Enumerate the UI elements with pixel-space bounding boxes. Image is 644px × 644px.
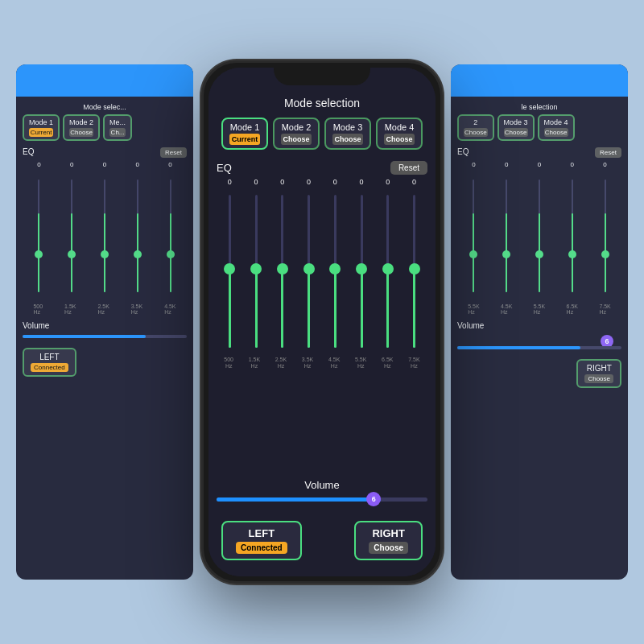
right-slider-2[interactable]: [506, 180, 507, 292]
phone-slider-6-thumb[interactable]: [356, 263, 367, 275]
left-device-buttons: LEFT Connected: [23, 348, 187, 377]
phone-freq-2: 1.5KHz: [249, 357, 260, 370]
phone-modes-row: Mode 1 Current Mode 2 Choose Mode 3 Choo…: [217, 118, 427, 150]
phone-freq-6: 5.5KHz: [355, 357, 366, 370]
phone-volume-title: Volume: [217, 479, 427, 491]
phone-slider-5[interactable]: [334, 195, 336, 348]
right-mode3-label: Mode 4: [544, 118, 568, 126]
phone-mode3-sub: Choose: [332, 134, 363, 145]
phone-freq-1: 500Hz: [224, 357, 233, 370]
right-mode3-sub: Choose: [544, 128, 568, 137]
phone-volume-fill: [217, 497, 381, 502]
left-background-panel: Mode selec... Mode 1 Current Mode 2 Choo…: [16, 64, 193, 580]
right-device-btn[interactable]: RIGHT Choose: [576, 359, 621, 388]
phone-freq-5: 4.5KHz: [328, 357, 340, 370]
phone-slider-2-thumb[interactable]: [250, 263, 262, 275]
right-slider-1[interactable]: [473, 180, 474, 292]
phone-slider-6[interactable]: [361, 195, 363, 348]
right-slider-5[interactable]: [605, 180, 606, 292]
phone-mode4-label: Mode 4: [384, 122, 415, 132]
left-slider-5[interactable]: [170, 180, 171, 292]
phone-eq-values: 0 0 0 0 0 0 0 0: [217, 178, 427, 186]
right-device-label: RIGHT: [584, 364, 613, 373]
phone-screen: Mode selection Mode 1 Current Mode 2 Cho…: [208, 68, 436, 576]
right-volume-section: Volume 6: [457, 321, 621, 349]
phone-slider-7[interactable]: [386, 195, 389, 348]
right-mode1-btn[interactable]: 2 Choose: [457, 114, 494, 141]
left-panel-content: Mode selec... Mode 1 Current Mode 2 Choo…: [16, 97, 193, 383]
phone-eq-header: EQ Reset: [217, 161, 427, 175]
left-device-label: LEFT: [31, 353, 68, 361]
phone-mode2-btn[interactable]: Mode 2 Choose: [273, 118, 320, 150]
phone-volume-thumb[interactable]: 6: [366, 492, 381, 506]
phone-slider-4-thumb[interactable]: [303, 263, 315, 275]
left-mode1-sub: Current: [29, 128, 53, 137]
phone-left-device-sub: Connected: [236, 542, 287, 554]
left-slider-2[interactable]: [71, 180, 72, 292]
phone-slider-3-thumb[interactable]: [277, 263, 288, 275]
phone-slider-6-fill: [361, 271, 363, 348]
phone-slider-8[interactable]: [413, 195, 415, 348]
phone-right-device-sub: Choose: [369, 542, 408, 554]
phone-volume-section: Volume 6: [208, 473, 436, 514]
phone-volume-slider[interactable]: 6: [217, 497, 427, 502]
right-mode-row: 2 Choose Mode 3 Choose Mode 4 Choose: [457, 114, 621, 141]
right-slider-4[interactable]: [572, 180, 573, 292]
right-mode2-label: Mode 3: [504, 118, 528, 126]
left-device-btn[interactable]: LEFT Connected: [23, 348, 76, 377]
right-mode2-btn[interactable]: Mode 3 Choose: [497, 114, 535, 141]
left-mode3-sub: Ch...: [109, 128, 126, 137]
phone-slider-7-thumb[interactable]: [382, 263, 394, 275]
phone-slider-4[interactable]: [308, 195, 310, 348]
left-volume-section: Volume: [23, 321, 187, 338]
phone-slider-1-fill: [229, 271, 231, 348]
phone-slider-1-thumb[interactable]: [224, 263, 235, 275]
right-slider-3[interactable]: [539, 180, 540, 292]
left-slider-1[interactable]: [38, 180, 39, 292]
phone-mode1-label: Mode 1: [229, 122, 260, 132]
phone-slider-2[interactable]: [255, 195, 258, 348]
left-mode2-btn[interactable]: Mode 2 Choose: [63, 114, 100, 141]
phone-slider-1[interactable]: [229, 195, 231, 348]
phone-mode-title: Mode selection: [217, 97, 427, 109]
right-reset-button[interactable]: Reset: [595, 147, 621, 158]
phone-slider-5-thumb[interactable]: [329, 263, 341, 275]
right-eq-sliders: [457, 171, 621, 300]
left-mode2-label: Mode 2: [69, 118, 93, 126]
phone-left-device-btn[interactable]: LEFT Connected: [221, 521, 302, 560]
phone-freq-7: 6.5KHz: [382, 357, 393, 370]
left-slider-3[interactable]: [104, 180, 105, 292]
right-device-sub: Choose: [584, 374, 613, 383]
phone-mode2-sub: Choose: [281, 134, 312, 145]
phone-mode3-btn[interactable]: Mode 3 Choose: [324, 118, 371, 150]
phone-mode1-btn[interactable]: Mode 1 Current: [221, 118, 268, 150]
right-eq-section: EQ Reset 0 0 0 0 0 5.: [457, 147, 621, 315]
scene: Mode selec... Mode 1 Current Mode 2 Choo…: [0, 0, 644, 644]
phone-slider-3-fill: [281, 271, 283, 348]
left-mode1-label: Mode 1: [29, 118, 53, 126]
phone-slider-7-fill: [386, 271, 389, 348]
phone-frame: Mode selection Mode 1 Current Mode 2 Cho…: [201, 60, 443, 584]
left-eq-header: EQ Reset: [23, 147, 187, 158]
right-eq-values: 0 0 0 0 0: [457, 161, 621, 168]
left-mode3-btn[interactable]: Me... Ch...: [103, 114, 132, 141]
phone-mode4-btn[interactable]: Mode 4 Choose: [376, 118, 423, 150]
phone-reset-button[interactable]: Reset: [390, 161, 427, 175]
right-volume-fill: [457, 346, 580, 349]
right-panel-content: le selection 2 Choose Mode 3 Choose Mode…: [451, 97, 628, 394]
left-volume-fill: [23, 335, 146, 338]
right-mode3-btn[interactable]: Mode 4 Choose: [538, 114, 575, 141]
phone-freq-8: 7.5KHz: [408, 357, 419, 370]
phone-slider-3[interactable]: [281, 195, 283, 348]
right-panel-header: [451, 64, 628, 97]
right-eq-title: EQ: [457, 147, 469, 158]
left-volume-slider[interactable]: [23, 335, 187, 338]
left-reset-button[interactable]: Reset: [160, 147, 187, 158]
phone-right-device-btn[interactable]: RIGHT Choose: [354, 521, 423, 560]
right-volume-slider[interactable]: [457, 346, 621, 349]
phone-freq-labels: 500Hz 1.5KHz 2.5KHz 3.5KHz 4.5KHz 5.5KHz…: [217, 357, 427, 370]
phone-notch: [274, 63, 370, 85]
left-slider-4[interactable]: [137, 180, 138, 292]
phone-slider-8-thumb[interactable]: [409, 263, 420, 275]
left-mode1-btn[interactable]: Mode 1 Current: [23, 114, 60, 141]
